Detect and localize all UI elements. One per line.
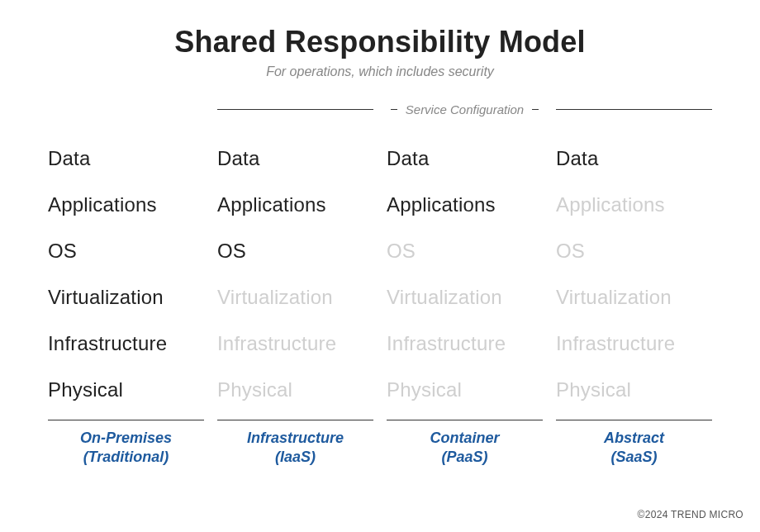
diagram-root: Shared Responsibility Model For operatio… — [0, 0, 760, 476]
page-subtitle: For operations, which includes security — [25, 64, 735, 79]
column-label-line2: (SaaS) — [610, 449, 657, 465]
column-iaas: Data Applications OS Virtualization Infr… — [211, 97, 380, 476]
layer-cell: Infrastructure — [217, 321, 373, 367]
column-label-line1: On-Premises — [80, 430, 172, 446]
service-config-header-right — [556, 97, 712, 121]
layer-cell: Applications — [48, 182, 204, 228]
column-label-line1: Infrastructure — [247, 430, 344, 446]
layer-cell: OS — [556, 228, 712, 274]
column-label-iaas: Infrastructure (IaaS) — [217, 420, 373, 476]
column-label-paas: Container (PaaS) — [387, 420, 543, 476]
layer-cell: Infrastructure — [556, 321, 712, 367]
layer-cell: Applications — [217, 182, 373, 228]
layer-cell: Virtualization — [217, 274, 373, 321]
layer-cell: OS — [387, 228, 543, 274]
layer-cell: Data — [556, 135, 712, 182]
column-onprem: Data Applications OS Virtualization Infr… — [41, 97, 211, 476]
layer-cell: Virtualization — [387, 274, 543, 321]
layer-cell: Applications — [387, 182, 543, 228]
column-saas: Data Applications OS Virtualization Infr… — [549, 97, 719, 476]
layer-cell: Infrastructure — [48, 321, 204, 367]
layer-cell: Physical — [387, 367, 543, 413]
layer-cell: Data — [387, 135, 543, 182]
model-grid: Data Applications OS Virtualization Infr… — [25, 97, 735, 476]
header-rule — [556, 109, 712, 110]
layer-cell: OS — [217, 228, 373, 274]
layer-cell: Data — [48, 135, 204, 182]
layer-cell: Virtualization — [48, 274, 204, 321]
header-rule — [532, 109, 539, 110]
header-rule — [391, 109, 397, 110]
layer-cell: Physical — [217, 367, 373, 413]
layer-cell: OS — [48, 228, 204, 274]
layer-cell: Infrastructure — [387, 321, 543, 367]
column-header-spacer — [48, 97, 204, 121]
layer-cell: Physical — [556, 367, 712, 413]
column-paas: Service Configuration Data Applications … — [380, 97, 549, 476]
column-label-line2: (IaaS) — [275, 449, 316, 465]
service-config-header-mid: Service Configuration — [387, 97, 543, 121]
service-config-header-left — [217, 97, 373, 121]
column-label-onprem: On-Premises (Traditional) — [48, 420, 204, 476]
column-label-line1: Container — [430, 430, 499, 446]
copyright-notice: ©2024 TREND MICRO — [638, 509, 743, 520]
header-rule — [217, 109, 373, 110]
column-label-saas: Abstract (SaaS) — [556, 420, 712, 476]
column-label-line1: Abstract — [604, 430, 664, 446]
layer-cell: Applications — [556, 182, 712, 228]
column-label-line2: (PaaS) — [441, 449, 487, 465]
layer-cell: Physical — [48, 367, 204, 413]
page-title: Shared Responsibility Model — [25, 25, 735, 59]
column-label-line2: (Traditional) — [83, 449, 169, 465]
layer-cell: Data — [217, 135, 373, 182]
service-config-label: Service Configuration — [397, 102, 532, 116]
layer-cell: Virtualization — [556, 274, 712, 321]
